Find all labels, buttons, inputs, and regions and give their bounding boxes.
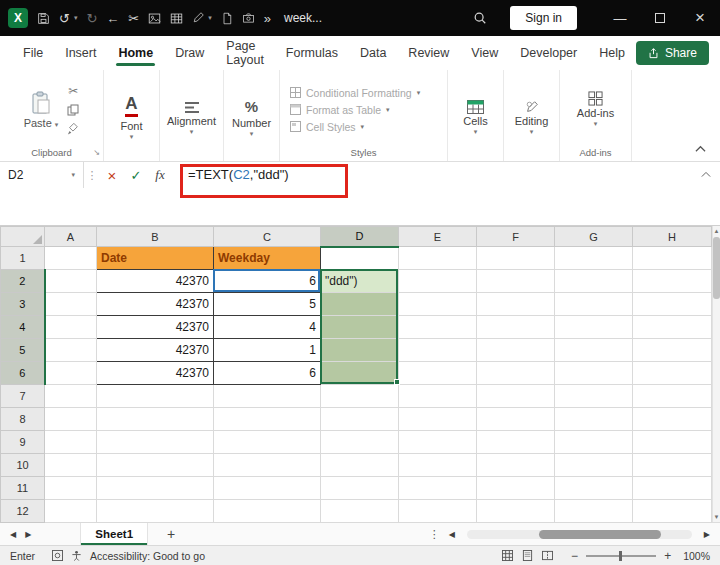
tab-data[interactable]: Data <box>349 36 397 70</box>
page-break-view-icon[interactable] <box>542 550 553 561</box>
collapse-ribbon-button[interactable] <box>695 145 706 153</box>
cell-F7[interactable] <box>477 385 555 408</box>
addins-button[interactable]: Add-ins ▾ <box>560 70 631 144</box>
column-header-G[interactable]: G <box>555 227 633 247</box>
cell-H6[interactable] <box>633 362 712 385</box>
zoom-slider-thumb[interactable] <box>619 551 622 561</box>
cell-A4[interactable] <box>45 316 97 339</box>
cell-B11[interactable] <box>97 477 214 500</box>
cell-H2[interactable] <box>633 270 712 293</box>
horizontal-scrollbar[interactable] <box>467 530 692 539</box>
formula-input[interactable]: =TEXT(C2,"ddd") <box>172 162 289 188</box>
hscroll-right-icon[interactable]: ▶ <box>704 530 710 539</box>
cell-H5[interactable] <box>633 339 712 362</box>
cell-C10[interactable] <box>214 454 321 477</box>
cell-G4[interactable] <box>555 316 633 339</box>
cell-B2[interactable]: 42370 <box>97 270 214 293</box>
cell-G8[interactable] <box>555 408 633 431</box>
cell-A7[interactable] <box>45 385 97 408</box>
column-header-C[interactable]: C <box>214 227 321 247</box>
clipboard-dialog-launcher[interactable]: ↘ <box>93 148 100 157</box>
zoom-slider[interactable] <box>586 555 656 557</box>
cell-C6[interactable]: 6 <box>214 362 321 385</box>
cell-D9[interactable] <box>321 431 399 454</box>
tab-draw[interactable]: Draw <box>164 36 215 70</box>
column-header-F[interactable]: F <box>477 227 555 247</box>
search-icon[interactable] <box>473 11 487 25</box>
column-header-E[interactable]: E <box>399 227 477 247</box>
formula-bar-grip-icon[interactable]: ⋮ <box>84 162 100 188</box>
row-header-9[interactable]: 9 <box>1 431 45 454</box>
tab-page-layout[interactable]: Page Layout <box>215 36 275 70</box>
undo-icon[interactable]: ↺ <box>59 12 70 25</box>
conditional-formatting-button[interactable]: Conditional Formatting ▾ <box>290 87 420 99</box>
copy-button[interactable] <box>67 104 79 116</box>
cell-B10[interactable] <box>97 454 214 477</box>
cell-A1[interactable] <box>45 247 97 270</box>
cell-A3[interactable] <box>45 293 97 316</box>
cell-B8[interactable] <box>97 408 214 431</box>
cell-E7[interactable] <box>399 385 477 408</box>
cell-H11[interactable] <box>633 477 712 500</box>
column-header-D[interactable]: D <box>321 227 399 247</box>
font-group-button[interactable]: A Font ▾ <box>104 70 159 161</box>
cell-C8[interactable] <box>214 408 321 431</box>
cell-A8[interactable] <box>45 408 97 431</box>
cell-D5[interactable] <box>321 339 399 362</box>
tab-view[interactable]: View <box>460 36 509 70</box>
cancel-entry-button[interactable]: × <box>100 162 124 188</box>
cell-B3[interactable]: 42370 <box>97 293 214 316</box>
cell-F6[interactable] <box>477 362 555 385</box>
cell-E3[interactable] <box>399 293 477 316</box>
cell-E12[interactable] <box>399 500 477 523</box>
vertical-scroll-thumb[interactable] <box>713 237 720 299</box>
cell-D3[interactable] <box>321 293 399 316</box>
normal-view-icon[interactable] <box>502 550 513 561</box>
tab-help[interactable]: Help <box>588 36 636 70</box>
number-group-button[interactable]: % Number ▾ <box>224 70 279 161</box>
cell-A5[interactable] <box>45 339 97 362</box>
confirm-entry-button[interactable]: ✓ <box>124 162 148 188</box>
minimize-button[interactable]: — <box>600 0 640 36</box>
editing-group-button[interactable]: Editing ▾ <box>504 70 559 161</box>
column-header-A[interactable]: A <box>45 227 97 247</box>
cell-H10[interactable] <box>633 454 712 477</box>
cell-A9[interactable] <box>45 431 97 454</box>
vertical-scrollbar[interactable]: ▲ ▼ <box>712 226 720 522</box>
cell-E4[interactable] <box>399 316 477 339</box>
cell-G1[interactable] <box>555 247 633 270</box>
zoom-in-button[interactable]: + <box>664 549 671 563</box>
cell-D11[interactable] <box>321 477 399 500</box>
cell-F12[interactable] <box>477 500 555 523</box>
cell-D10[interactable] <box>321 454 399 477</box>
cut-button[interactable]: ✂ <box>68 84 78 98</box>
cell-C2[interactable]: 6 <box>214 270 321 293</box>
column-header-B[interactable]: B <box>97 227 214 247</box>
name-box[interactable]: D2 ▾ <box>0 162 84 188</box>
undo-dropdown-icon[interactable]: ▾ <box>74 14 78 22</box>
cell-E10[interactable] <box>399 454 477 477</box>
cell-F9[interactable] <box>477 431 555 454</box>
row-header-12[interactable]: 12 <box>1 500 45 523</box>
fill-handle[interactable] <box>394 379 400 385</box>
cell-D2[interactable]: "ddd") <box>321 270 399 293</box>
select-all-corner[interactable] <box>1 227 45 247</box>
cell-B9[interactable] <box>97 431 214 454</box>
tab-insert[interactable]: Insert <box>54 36 107 70</box>
excel-logo[interactable]: X <box>8 8 28 28</box>
accessibility-status[interactable]: Accessibility: Good to go <box>90 550 205 562</box>
tab-developer[interactable]: Developer <box>509 36 588 70</box>
zoom-level[interactable]: 100% <box>683 550 710 562</box>
cell-F11[interactable] <box>477 477 555 500</box>
row-header-2[interactable]: 2 <box>1 270 45 293</box>
qat-overflow-icon[interactable]: » <box>264 12 271 25</box>
scroll-down-icon[interactable]: ▼ <box>714 514 720 520</box>
cell-A2[interactable] <box>45 270 97 293</box>
macro-record-icon[interactable] <box>52 550 63 561</box>
alignment-group-button[interactable]: Alignment ▾ <box>160 70 223 161</box>
cell-E6[interactable] <box>399 362 477 385</box>
cell-F4[interactable] <box>477 316 555 339</box>
cell-G6[interactable] <box>555 362 633 385</box>
insert-function-button[interactable]: fx <box>148 162 172 188</box>
row-header-8[interactable]: 8 <box>1 408 45 431</box>
